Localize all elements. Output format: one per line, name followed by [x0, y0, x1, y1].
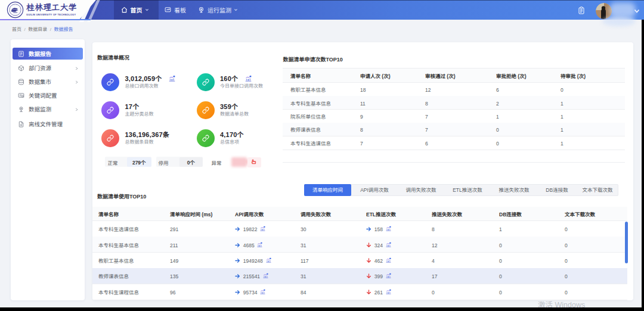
svg-text:······: ······: [13, 4, 18, 7]
svg-text:·····: ·····: [13, 14, 17, 17]
